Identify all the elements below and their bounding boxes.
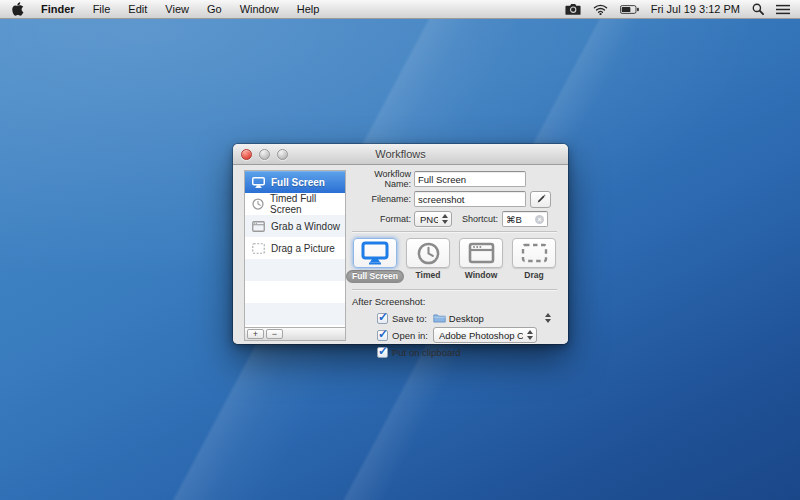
sidebar-item-full-screen[interactable]: Full Screen bbox=[245, 171, 345, 193]
format-popup[interactable]: PNG bbox=[414, 211, 452, 227]
popup-arrows-icon bbox=[523, 330, 533, 340]
menu-bar: Finder File Edit View Go Window Help Fri… bbox=[0, 0, 800, 19]
mode-window-button[interactable] bbox=[459, 238, 503, 268]
menu-help[interactable]: Help bbox=[288, 3, 329, 15]
window-icon bbox=[468, 242, 495, 264]
spotlight-icon[interactable] bbox=[752, 3, 764, 15]
clock-icon bbox=[252, 198, 264, 210]
workflow-list: Full Screen Timed Full Screen bbox=[244, 170, 346, 341]
mode-label: Drag bbox=[524, 270, 543, 280]
mode-full-screen: Full Screen bbox=[352, 238, 398, 283]
filename-input[interactable] bbox=[414, 191, 526, 207]
drag-icon bbox=[252, 243, 265, 254]
shortcut-field[interactable]: ⌘B × bbox=[502, 211, 548, 227]
workflow-name-input[interactable] bbox=[414, 171, 526, 187]
sidebar-item-drag-a-picture[interactable]: Drag a Picture bbox=[245, 237, 345, 259]
after-screenshot-heading: After Screenshot: bbox=[352, 296, 557, 307]
menu-finder[interactable]: Finder bbox=[32, 3, 84, 15]
window-title: Workflows bbox=[375, 148, 426, 160]
open-in-value: Adobe Photoshop CS5 bbox=[439, 330, 523, 341]
menu-view[interactable]: View bbox=[156, 3, 198, 15]
remove-workflow-button[interactable]: − bbox=[266, 329, 283, 339]
sidebar-item-label: Full Screen bbox=[271, 177, 325, 188]
mode-label: Timed bbox=[416, 270, 441, 280]
divider bbox=[352, 231, 557, 232]
sidebar-item-grab-a-window[interactable]: Grab a Window bbox=[245, 215, 345, 237]
save-to-row: ✓ Save to: Desktop bbox=[377, 311, 557, 325]
zoom-button[interactable] bbox=[277, 149, 288, 160]
mode-timed: Timed bbox=[405, 238, 451, 283]
shortcut-value: ⌘B bbox=[506, 214, 522, 225]
menu-edit[interactable]: Edit bbox=[119, 3, 156, 15]
clipboard-row: ✓ Put on clipboard bbox=[377, 345, 557, 359]
check-icon: ✓ bbox=[378, 344, 388, 358]
sidebar-item-label: Grab a Window bbox=[271, 221, 340, 232]
workflows-window: Workflows Full Screen bbox=[233, 144, 568, 344]
filename-token-button[interactable] bbox=[530, 191, 551, 208]
menu-file[interactable]: File bbox=[84, 3, 120, 15]
shortcut-label: Shortcut: bbox=[462, 214, 498, 224]
open-in-label[interactable]: Open in: bbox=[392, 330, 428, 341]
window-content: Full Screen Timed Full Screen bbox=[233, 165, 568, 344]
folder-icon bbox=[433, 313, 446, 323]
close-button[interactable] bbox=[241, 149, 252, 160]
display-icon bbox=[252, 177, 265, 188]
add-workflow-button[interactable]: + bbox=[247, 329, 264, 339]
format-label: Format: bbox=[352, 214, 414, 224]
save-to-popup[interactable]: Desktop bbox=[433, 313, 551, 324]
save-to-checkbox[interactable]: ✓ bbox=[377, 313, 388, 324]
battery-icon[interactable] bbox=[620, 5, 639, 14]
menu-window[interactable]: Window bbox=[231, 3, 288, 15]
mode-full-screen-button[interactable] bbox=[353, 238, 397, 268]
mode-window: Window bbox=[458, 238, 504, 283]
minimize-button[interactable] bbox=[259, 149, 270, 160]
check-icon: ✓ bbox=[378, 310, 388, 324]
clear-shortcut-button[interactable]: × bbox=[535, 215, 544, 224]
mode-timed-button[interactable] bbox=[406, 238, 450, 268]
apple-icon bbox=[12, 2, 24, 16]
window-icon bbox=[252, 221, 265, 232]
drag-icon bbox=[521, 243, 548, 263]
divider bbox=[352, 289, 557, 290]
sidebar-empty-rows bbox=[245, 259, 345, 327]
format-value: PNG bbox=[420, 214, 438, 225]
menu-go[interactable]: Go bbox=[198, 3, 231, 15]
wifi-icon[interactable] bbox=[593, 4, 608, 15]
mode-drag: Drag bbox=[511, 238, 557, 283]
sidebar-item-label: Timed Full Screen bbox=[270, 193, 345, 215]
menubar-clock[interactable]: Fri Jul 19 3:12 PM bbox=[651, 3, 740, 15]
title-bar[interactable]: Workflows bbox=[233, 144, 568, 165]
check-icon: ✓ bbox=[378, 327, 388, 341]
camera-icon[interactable] bbox=[565, 3, 581, 15]
pen-icon bbox=[535, 194, 546, 205]
display-icon bbox=[361, 241, 389, 265]
popup-arrows-icon bbox=[438, 214, 448, 224]
clipboard-label[interactable]: Put on clipboard bbox=[392, 347, 461, 358]
filename-label: Filename: bbox=[352, 194, 414, 204]
mode-label: Full Screen bbox=[346, 270, 404, 283]
sidebar-item-timed-full-screen[interactable]: Timed Full Screen bbox=[245, 193, 345, 215]
mode-label: Window bbox=[465, 270, 498, 280]
popup-arrows-icon bbox=[541, 313, 551, 323]
open-in-row: ✓ Open in: Adobe Photoshop CS5 bbox=[377, 328, 557, 342]
notification-center-icon[interactable] bbox=[776, 4, 790, 15]
sidebar-toolbar: + − bbox=[245, 327, 345, 340]
save-to-label[interactable]: Save to: bbox=[392, 313, 427, 324]
workflow-name-label: Workflow Name: bbox=[352, 169, 414, 189]
clock-icon bbox=[417, 242, 440, 265]
open-in-checkbox[interactable]: ✓ bbox=[377, 330, 388, 341]
mode-drag-button[interactable] bbox=[512, 238, 556, 268]
save-to-value: Desktop bbox=[449, 313, 484, 324]
clipboard-checkbox[interactable]: ✓ bbox=[377, 347, 388, 358]
workflow-detail-panel: Workflow Name: Filename: Format: PNG bbox=[352, 171, 557, 362]
open-in-popup[interactable]: Adobe Photoshop CS5 bbox=[433, 327, 537, 343]
sidebar-item-label: Drag a Picture bbox=[271, 243, 335, 254]
capture-mode-group: Full Screen Timed bbox=[352, 238, 557, 283]
apple-menu[interactable] bbox=[10, 2, 32, 16]
